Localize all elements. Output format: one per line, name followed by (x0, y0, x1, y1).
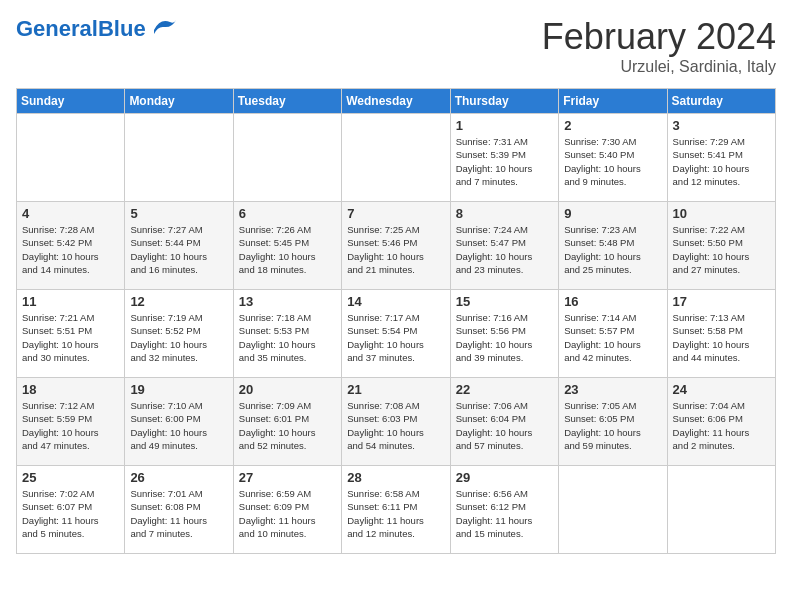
day-number: 17 (673, 294, 770, 309)
day-number: 28 (347, 470, 444, 485)
logo: GeneralBlue (16, 16, 178, 41)
day-info: Sunrise: 7:02 AM Sunset: 6:07 PM Dayligh… (22, 487, 119, 540)
page-header: GeneralBlue February 2024 Urzulei, Sardi… (16, 16, 776, 76)
day-number: 6 (239, 206, 336, 221)
day-info: Sunrise: 7:12 AM Sunset: 5:59 PM Dayligh… (22, 399, 119, 452)
day-number: 27 (239, 470, 336, 485)
day-number: 20 (239, 382, 336, 397)
calendar-header-row: SundayMondayTuesdayWednesdayThursdayFrid… (17, 89, 776, 114)
calendar-cell: 23Sunrise: 7:05 AM Sunset: 6:05 PM Dayli… (559, 378, 667, 466)
day-number: 5 (130, 206, 227, 221)
day-info: Sunrise: 7:31 AM Sunset: 5:39 PM Dayligh… (456, 135, 553, 188)
calendar-cell: 28Sunrise: 6:58 AM Sunset: 6:11 PM Dayli… (342, 466, 450, 554)
calendar-cell: 24Sunrise: 7:04 AM Sunset: 6:06 PM Dayli… (667, 378, 775, 466)
column-header-wednesday: Wednesday (342, 89, 450, 114)
day-info: Sunrise: 7:24 AM Sunset: 5:47 PM Dayligh… (456, 223, 553, 276)
day-info: Sunrise: 7:30 AM Sunset: 5:40 PM Dayligh… (564, 135, 661, 188)
calendar-cell: 1Sunrise: 7:31 AM Sunset: 5:39 PM Daylig… (450, 114, 558, 202)
day-number: 25 (22, 470, 119, 485)
day-info: Sunrise: 6:58 AM Sunset: 6:11 PM Dayligh… (347, 487, 444, 540)
day-number: 9 (564, 206, 661, 221)
calendar-cell: 14Sunrise: 7:17 AM Sunset: 5:54 PM Dayli… (342, 290, 450, 378)
column-header-monday: Monday (125, 89, 233, 114)
day-number: 8 (456, 206, 553, 221)
calendar-week-row: 18Sunrise: 7:12 AM Sunset: 5:59 PM Dayli… (17, 378, 776, 466)
column-header-sunday: Sunday (17, 89, 125, 114)
day-info: Sunrise: 7:09 AM Sunset: 6:01 PM Dayligh… (239, 399, 336, 452)
day-number: 21 (347, 382, 444, 397)
column-header-friday: Friday (559, 89, 667, 114)
calendar-cell: 20Sunrise: 7:09 AM Sunset: 6:01 PM Dayli… (233, 378, 341, 466)
calendar-cell: 10Sunrise: 7:22 AM Sunset: 5:50 PM Dayli… (667, 202, 775, 290)
day-info: Sunrise: 7:13 AM Sunset: 5:58 PM Dayligh… (673, 311, 770, 364)
title-area: February 2024 Urzulei, Sardinia, Italy (542, 16, 776, 76)
day-number: 14 (347, 294, 444, 309)
calendar-week-row: 1Sunrise: 7:31 AM Sunset: 5:39 PM Daylig… (17, 114, 776, 202)
calendar-cell: 16Sunrise: 7:14 AM Sunset: 5:57 PM Dayli… (559, 290, 667, 378)
day-info: Sunrise: 7:18 AM Sunset: 5:53 PM Dayligh… (239, 311, 336, 364)
month-title: February 2024 (542, 16, 776, 58)
calendar-cell: 22Sunrise: 7:06 AM Sunset: 6:04 PM Dayli… (450, 378, 558, 466)
calendar-cell: 11Sunrise: 7:21 AM Sunset: 5:51 PM Dayli… (17, 290, 125, 378)
day-info: Sunrise: 7:04 AM Sunset: 6:06 PM Dayligh… (673, 399, 770, 452)
calendar-week-row: 4Sunrise: 7:28 AM Sunset: 5:42 PM Daylig… (17, 202, 776, 290)
calendar-cell: 5Sunrise: 7:27 AM Sunset: 5:44 PM Daylig… (125, 202, 233, 290)
calendar-week-row: 11Sunrise: 7:21 AM Sunset: 5:51 PM Dayli… (17, 290, 776, 378)
column-header-thursday: Thursday (450, 89, 558, 114)
day-info: Sunrise: 6:56 AM Sunset: 6:12 PM Dayligh… (456, 487, 553, 540)
logo-bird-icon (150, 16, 178, 41)
calendar-cell (125, 114, 233, 202)
day-number: 22 (456, 382, 553, 397)
day-info: Sunrise: 7:27 AM Sunset: 5:44 PM Dayligh… (130, 223, 227, 276)
calendar-cell: 9Sunrise: 7:23 AM Sunset: 5:48 PM Daylig… (559, 202, 667, 290)
calendar-cell: 12Sunrise: 7:19 AM Sunset: 5:52 PM Dayli… (125, 290, 233, 378)
day-info: Sunrise: 7:25 AM Sunset: 5:46 PM Dayligh… (347, 223, 444, 276)
day-info: Sunrise: 7:26 AM Sunset: 5:45 PM Dayligh… (239, 223, 336, 276)
logo-text: GeneralBlue (16, 18, 146, 40)
day-number: 12 (130, 294, 227, 309)
calendar-cell (342, 114, 450, 202)
day-number: 2 (564, 118, 661, 133)
day-info: Sunrise: 7:21 AM Sunset: 5:51 PM Dayligh… (22, 311, 119, 364)
day-info: Sunrise: 7:28 AM Sunset: 5:42 PM Dayligh… (22, 223, 119, 276)
calendar-cell: 27Sunrise: 6:59 AM Sunset: 6:09 PM Dayli… (233, 466, 341, 554)
day-info: Sunrise: 7:17 AM Sunset: 5:54 PM Dayligh… (347, 311, 444, 364)
calendar-week-row: 25Sunrise: 7:02 AM Sunset: 6:07 PM Dayli… (17, 466, 776, 554)
location-subtitle: Urzulei, Sardinia, Italy (542, 58, 776, 76)
day-number: 19 (130, 382, 227, 397)
day-info: Sunrise: 7:06 AM Sunset: 6:04 PM Dayligh… (456, 399, 553, 452)
calendar-cell: 3Sunrise: 7:29 AM Sunset: 5:41 PM Daylig… (667, 114, 775, 202)
column-header-saturday: Saturday (667, 89, 775, 114)
calendar-cell: 21Sunrise: 7:08 AM Sunset: 6:03 PM Dayli… (342, 378, 450, 466)
logo-blue: Blue (98, 16, 146, 41)
calendar-cell: 2Sunrise: 7:30 AM Sunset: 5:40 PM Daylig… (559, 114, 667, 202)
day-number: 3 (673, 118, 770, 133)
day-number: 1 (456, 118, 553, 133)
day-info: Sunrise: 7:10 AM Sunset: 6:00 PM Dayligh… (130, 399, 227, 452)
calendar-cell: 18Sunrise: 7:12 AM Sunset: 5:59 PM Dayli… (17, 378, 125, 466)
calendar-cell: 6Sunrise: 7:26 AM Sunset: 5:45 PM Daylig… (233, 202, 341, 290)
calendar-cell (233, 114, 341, 202)
calendar-cell (667, 466, 775, 554)
day-number: 10 (673, 206, 770, 221)
calendar-cell: 29Sunrise: 6:56 AM Sunset: 6:12 PM Dayli… (450, 466, 558, 554)
day-number: 26 (130, 470, 227, 485)
calendar-cell: 15Sunrise: 7:16 AM Sunset: 5:56 PM Dayli… (450, 290, 558, 378)
day-number: 24 (673, 382, 770, 397)
day-number: 29 (456, 470, 553, 485)
day-info: Sunrise: 7:22 AM Sunset: 5:50 PM Dayligh… (673, 223, 770, 276)
day-info: Sunrise: 7:19 AM Sunset: 5:52 PM Dayligh… (130, 311, 227, 364)
day-number: 11 (22, 294, 119, 309)
day-number: 13 (239, 294, 336, 309)
day-number: 16 (564, 294, 661, 309)
calendar-cell (17, 114, 125, 202)
column-header-tuesday: Tuesday (233, 89, 341, 114)
calendar-cell: 4Sunrise: 7:28 AM Sunset: 5:42 PM Daylig… (17, 202, 125, 290)
day-info: Sunrise: 7:08 AM Sunset: 6:03 PM Dayligh… (347, 399, 444, 452)
day-number: 18 (22, 382, 119, 397)
calendar-cell: 25Sunrise: 7:02 AM Sunset: 6:07 PM Dayli… (17, 466, 125, 554)
day-info: Sunrise: 7:05 AM Sunset: 6:05 PM Dayligh… (564, 399, 661, 452)
day-info: Sunrise: 7:16 AM Sunset: 5:56 PM Dayligh… (456, 311, 553, 364)
day-info: Sunrise: 7:23 AM Sunset: 5:48 PM Dayligh… (564, 223, 661, 276)
calendar-cell: 26Sunrise: 7:01 AM Sunset: 6:08 PM Dayli… (125, 466, 233, 554)
